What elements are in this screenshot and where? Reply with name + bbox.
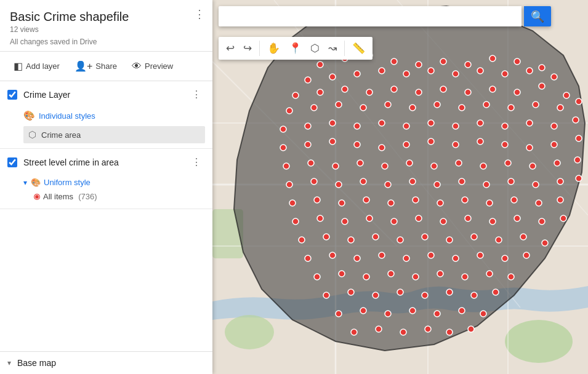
all-items-label: All items [43,192,73,201]
add-marker-button[interactable]: 📍 [285,39,305,57]
views-count: 12 views [10,25,203,34]
uniform-style-row: ▾ 🎨 Uniform style [23,175,212,189]
basemap-label: Base map [17,358,56,368]
street-crime-name: Street level crime in area [23,157,188,167]
map-toolbar: ↩ ↪ ✋ 📍 ⬡ ↝ 📏 [219,37,373,60]
svg-point-2 [225,315,274,349]
street-crime-options-button[interactable]: ⋮ [188,155,205,169]
sidebar-toolbar: ◧ Add layer 👤+ Share 👁 Preview [0,52,212,81]
draw-route-button[interactable]: ↝ [324,39,340,57]
measure-button[interactable]: 📏 [348,39,369,57]
undo-button[interactable]: ↩ [222,39,238,57]
crime-layer-sub: 🎨 Individual styles ⬡ Crime area [0,108,212,148]
uniform-paint-icon: 🎨 [31,178,41,187]
street-crime-checkbox[interactable] [7,157,17,167]
marker-icon: 📍 [289,42,302,55]
toolbar-separator-2 [344,41,345,56]
toolbar-separator-1 [259,41,260,56]
pan-button[interactable]: ✋ [264,39,284,57]
undo-icon: ↩ [226,42,235,55]
layers-icon: ◧ [14,60,23,72]
polygon-icon: ⬡ [28,129,36,140]
redo-icon: ↪ [243,42,252,55]
redo-button[interactable]: ↪ [240,39,256,57]
crime-layer-item: Crime Layer ⋮ 🎨 Individual styles ⬡ Crim… [0,81,212,149]
crime-layer-checkbox[interactable] [7,90,17,100]
add-layer-button[interactable]: ◧ Add layer [7,57,66,76]
paint-icon: 🎨 [23,110,35,121]
route-icon: ↝ [328,42,337,55]
crime-area-item[interactable]: ⬡ Crime area [23,126,205,143]
ruler-icon: 📏 [352,42,365,55]
map-search-bar: 🔍 [219,6,551,26]
search-icon: 🔍 [531,10,544,23]
basemap-section[interactable]: ▾ Base map [0,351,212,374]
search-input[interactable] [219,6,522,26]
sidebar-header: Basic Crime shapefile 12 views All chang… [0,0,212,52]
save-status: All changes saved in Drive [10,38,203,46]
draw-polygon-button[interactable]: ⬡ [307,39,323,57]
crime-layer-header[interactable]: Crime Layer ⋮ [0,81,212,108]
share-button[interactable]: 👤+ Share [68,57,123,76]
street-crime-layer-header[interactable]: Street level crime in area ⋮ [0,149,212,175]
eye-icon: 👁 [132,61,142,72]
crime-layer-name: Crime Layer [23,90,188,100]
sidebar-menu-button[interactable]: ⋮ [194,9,205,20]
street-crime-layer-item: Street level crime in area ⋮ ▾ 🎨 Uniform… [0,149,212,209]
share-icon: 👤+ [75,60,92,72]
uniform-chevron-icon[interactable]: ▾ [23,178,27,187]
preview-button[interactable]: 👁 Preview [126,57,179,76]
search-button[interactable]: 🔍 [524,6,551,26]
individual-styles-link[interactable]: 🎨 Individual styles [23,108,212,124]
sidebar: Basic Crime shapefile 12 views All chang… [0,0,212,374]
street-crime-sub: ▾ 🎨 Uniform style All items (736) [0,175,212,209]
crime-layer-options-button[interactable]: ⋮ [188,87,205,101]
layers-list: Crime Layer ⋮ 🎨 Individual styles ⬡ Crim… [0,81,212,351]
all-items-dot-icon [34,194,39,199]
basemap-chevron-icon: ▾ [7,359,11,367]
uniform-style-link[interactable]: 🎨 Uniform style [31,178,91,187]
map-title: Basic Crime shapefile [10,10,203,24]
hand-icon: ✋ [267,42,280,55]
all-items-row: All items (736) [23,189,212,204]
all-items-count: (736) [78,192,97,201]
polygon-draw-icon: ⬡ [310,42,320,55]
svg-point-1 [505,320,573,363]
map-area[interactable]: 🔍 ↩ ↪ ✋ 📍 ⬡ ↝ 📏 [212,0,588,374]
